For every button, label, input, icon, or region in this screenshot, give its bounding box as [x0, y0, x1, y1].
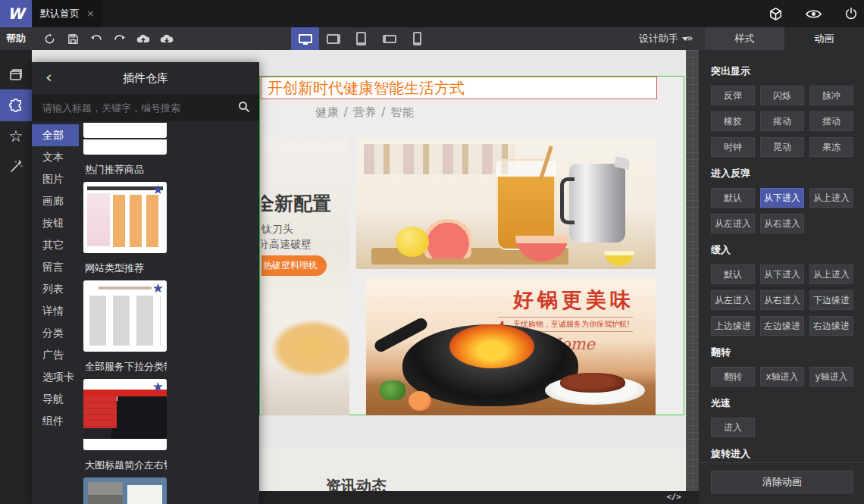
animation-button[interactable]: 时钟: [711, 137, 755, 157]
animation-button[interactable]: 默认: [711, 188, 755, 208]
category-item[interactable]: 详情: [32, 300, 79, 322]
refresh-icon[interactable]: [42, 30, 57, 47]
animation-button[interactable]: x轴进入: [760, 367, 804, 387]
left-banner-button[interactable]: 热破壁料理机: [261, 255, 327, 276]
code-toggle-icon[interactable]: </>: [666, 492, 681, 502]
category-item[interactable]: 画廊: [32, 190, 79, 212]
animation-button[interactable]: 左边缘进: [760, 316, 804, 336]
wok-banner-image[interactable]: 好锅更美味 无忧购物，至诚服务为你保驾护航! Warm Home: [366, 279, 656, 415]
category-item[interactable]: 留言: [32, 256, 79, 278]
hero-title-selected-element[interactable]: 开创新时代健康智能生活方式: [261, 77, 657, 99]
puzzle-icon: [8, 98, 24, 114]
tab-animation[interactable]: 动画: [784, 27, 864, 50]
star-icon: ☆: [9, 129, 23, 145]
undo-icon[interactable]: [89, 30, 104, 47]
save-icon[interactable]: [65, 30, 80, 47]
category-item[interactable]: 选项卡: [32, 366, 79, 388]
animation-section-title: 旋转进入: [711, 447, 853, 461]
cloud-upload-icon[interactable]: [136, 30, 151, 47]
more-button[interactable]: »: [687, 27, 693, 49]
device-phone-portrait-button[interactable]: [403, 27, 431, 50]
plugin-card-preview[interactable]: ★: [83, 379, 167, 450]
animation-button[interactable]: 从下进入: [760, 265, 804, 284]
app-logo[interactable]: W: [0, 0, 32, 27]
category-item[interactable]: 分类: [32, 322, 79, 344]
animation-button[interactable]: 脉冲: [809, 86, 853, 105]
hero-subtitle[interactable]: 健康 / 营养 / 智能: [315, 105, 415, 120]
category-item[interactable]: 导航: [32, 388, 79, 410]
search-input[interactable]: [32, 94, 259, 121]
device-tablet-landscape-button[interactable]: [319, 27, 347, 50]
juice-banner-image[interactable]: [356, 138, 656, 269]
animation-button[interactable]: 橡胶: [711, 111, 755, 131]
animation-button[interactable]: 从左进入: [711, 214, 755, 233]
animation-button[interactable]: y轴进入: [809, 367, 853, 387]
animation-button[interactable]: 果冻: [809, 137, 853, 157]
help-button[interactable]: 帮助: [6, 27, 26, 50]
category-item[interactable]: 全部: [32, 124, 79, 146]
animation-button[interactable]: 摇动: [760, 111, 804, 131]
page-tab-title: 默认首页: [40, 8, 80, 19]
plugin-card-preview[interactable]: [83, 477, 167, 504]
sidebar-item-tools[interactable]: [0, 152, 32, 182]
animation-button[interactable]: 从右进入: [760, 214, 804, 233]
animation-button[interactable]: 摆动: [809, 111, 853, 131]
sidebar-item-favorites[interactable]: ☆: [0, 121, 32, 152]
plugin-card-partial[interactable]: [83, 123, 167, 138]
animation-button[interactable]: 上边缘进: [711, 316, 755, 336]
close-icon[interactable]: ×: [86, 8, 95, 19]
search-icon[interactable]: [238, 101, 250, 116]
category-item[interactable]: 其它: [32, 234, 79, 256]
back-icon[interactable]: ‹: [45, 67, 52, 86]
design-assistant-dropdown[interactable]: 设计助手: [639, 27, 688, 50]
animation-button[interactable]: 从左进入: [711, 290, 755, 310]
sidebar-item-pages[interactable]: [0, 59, 32, 89]
animation-button[interactable]: 右边缘进: [809, 316, 853, 336]
category-item[interactable]: 广告: [32, 344, 79, 366]
device-desktop-button[interactable]: [291, 27, 319, 50]
category-item[interactable]: 文本: [32, 146, 79, 168]
left-sidebar: ☆: [0, 50, 32, 504]
category-item[interactable]: 组件: [32, 410, 79, 432]
animation-section-title: 缓入: [711, 243, 853, 257]
device-tablet-portrait-button[interactable]: [347, 27, 375, 50]
cube-icon[interactable]: [769, 7, 783, 21]
device-switcher: [291, 27, 431, 50]
animation-button[interactable]: 默认: [711, 265, 755, 284]
canvas-edge-grid[interactable]: [686, 50, 699, 491]
animation-button[interactable]: 翻转: [711, 367, 755, 387]
animation-button[interactable]: 下边缘进: [809, 290, 853, 310]
favorite-star-icon[interactable]: ★: [152, 182, 164, 197]
redo-icon[interactable]: [112, 30, 127, 47]
category-item[interactable]: 图片: [32, 168, 79, 190]
orange-graphic: [409, 391, 431, 411]
page-tab[interactable]: 默认首页×: [33, 0, 102, 27]
category-item[interactable]: 按钮: [32, 212, 79, 234]
left-banner-image[interactable]: 全新配置 钛刀头 分高速破壁 热破壁料理机: [261, 138, 349, 415]
power-icon[interactable]: [844, 7, 858, 20]
plugin-card-preview[interactable]: ★: [83, 280, 167, 352]
sidebar-item-plugins[interactable]: [0, 89, 32, 121]
favorite-star-icon[interactable]: ★: [152, 280, 164, 296]
animation-button[interactable]: 进入: [711, 418, 755, 437]
phone-portrait-icon: [413, 32, 421, 45]
category-item[interactable]: 列表: [32, 278, 79, 300]
cloud-download-icon[interactable]: [159, 30, 174, 47]
animation-button[interactable]: 从下进入: [760, 188, 804, 208]
animation-button-row: 默认从下进入从上进入从左进入从右进入: [711, 188, 853, 233]
left-banner-line2: 分高速破壁: [261, 238, 311, 252]
favorite-star-icon[interactable]: ★: [152, 379, 164, 394]
plugin-card-preview[interactable]: ★: [83, 182, 167, 253]
plugin-card-partial[interactable]: [83, 139, 167, 155]
clear-animation-button[interactable]: 清除动画: [711, 471, 853, 493]
animation-button[interactable]: 从上进入: [809, 265, 853, 284]
animation-button[interactable]: 从右进入: [760, 290, 804, 310]
animation-button[interactable]: 从上进入: [809, 188, 853, 208]
animation-button[interactable]: 晃动: [760, 137, 804, 157]
animation-button[interactable]: 反弹: [711, 86, 755, 105]
eye-icon[interactable]: [806, 8, 822, 20]
animation-button-row: 翻转x轴进入y轴进入: [711, 367, 853, 387]
tab-style[interactable]: 样式: [705, 27, 784, 50]
device-phone-landscape-button[interactable]: [375, 27, 403, 50]
animation-button[interactable]: 闪烁: [760, 86, 804, 105]
